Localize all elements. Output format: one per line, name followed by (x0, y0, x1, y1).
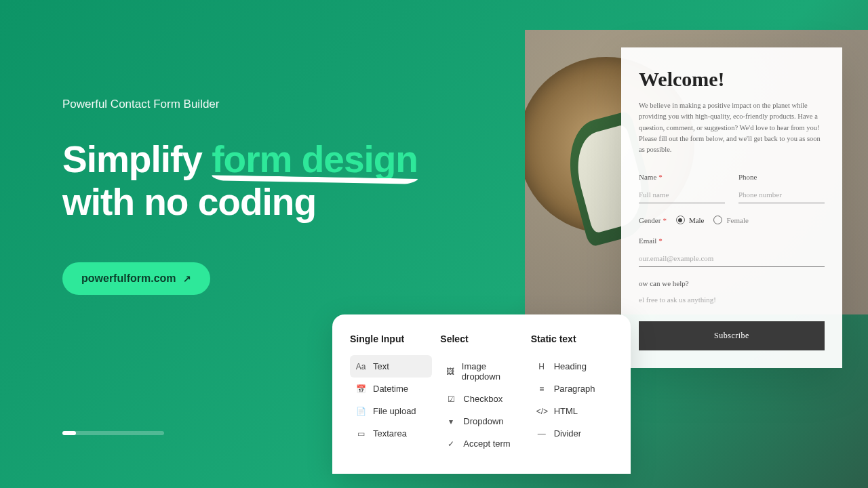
welcome-body: We believe in making a positive impact o… (639, 100, 825, 155)
field-type-label: HTML (554, 406, 578, 416)
radio-checked-icon (676, 216, 685, 224)
field-type-label: Datetime (373, 384, 408, 394)
carousel-progress[interactable] (62, 431, 164, 435)
field-type-item[interactable]: ☑Checkbox (440, 388, 522, 410)
field-column-title: Single Input (350, 333, 432, 344)
email-input[interactable] (639, 251, 825, 267)
field-type-label: Checkbox (463, 394, 502, 404)
field-type-item[interactable]: ≡Paragraph (531, 378, 613, 400)
field-type-label: Image dropdown (462, 361, 517, 382)
field-type-item[interactable]: 🖼Image dropdown (440, 355, 522, 388)
form-preview-card: Welcome! We believe in making a positive… (621, 47, 842, 368)
radio-icon (713, 216, 722, 224)
headline-accent: form design (212, 138, 418, 181)
field-type-label: Divider (554, 428, 581, 439)
welcome-title: Welcome! (639, 68, 825, 91)
name-input[interactable] (639, 188, 725, 203)
external-link-icon: ↗ (183, 273, 191, 284)
cta-button[interactable]: powerfulform.com ↗ (62, 262, 210, 295)
field-type-icon: H (536, 362, 547, 371)
field-type-icon: ▭ (355, 429, 366, 439)
field-type-item[interactable]: —Divider (531, 422, 613, 445)
field-type-item[interactable]: AaText (350, 355, 432, 378)
phone-input[interactable] (738, 188, 825, 203)
field-type-label: Text (373, 361, 389, 371)
gender-female-radio[interactable]: Female (713, 216, 748, 224)
field-column-title: Select (440, 333, 522, 344)
field-type-label: File upload (373, 406, 416, 416)
field-types-panel: Single InputAaText📅Datetime📄File upload▭… (332, 314, 631, 474)
field-type-icon: ☑ (446, 394, 456, 404)
hero-headline: Simplify form design with no coding (62, 138, 418, 224)
field-type-label: Dropdown (463, 416, 503, 426)
field-type-label: Paragraph (554, 384, 595, 394)
field-type-icon: ▾ (446, 417, 456, 426)
help-textarea[interactable]: el free to ask us anything! (639, 294, 825, 304)
field-column-title: Static text (531, 333, 613, 344)
cta-label: powerfulform.com (81, 272, 176, 285)
gender-male-radio[interactable]: Male (676, 216, 705, 224)
field-type-item[interactable]: 📅Datetime (350, 378, 432, 400)
field-type-icon: 📄 (355, 407, 366, 416)
field-type-icon: Aa (355, 362, 366, 371)
field-type-label: Accept term (463, 439, 510, 449)
field-type-label: Textarea (373, 428, 407, 439)
field-type-item[interactable]: ▾Dropdown (440, 410, 522, 432)
phone-label: Phone (738, 173, 825, 181)
field-type-item[interactable]: ✓Accept term (440, 432, 522, 455)
field-type-item[interactable]: HHeading (531, 355, 613, 378)
field-type-icon: </> (536, 407, 547, 416)
field-type-icon: ≡ (536, 384, 547, 394)
field-type-icon: ✓ (446, 439, 456, 449)
email-label: Email* (639, 237, 825, 245)
progress-fill (62, 431, 76, 435)
hero-eyebrow: Powerful Contact Form Builder (62, 98, 418, 111)
name-label: Name* (639, 173, 725, 181)
subscribe-button[interactable]: Subscribe (639, 321, 825, 350)
field-type-label: Heading (554, 361, 587, 371)
field-type-item[interactable]: 📄File upload (350, 400, 432, 422)
field-type-item[interactable]: ▭Textarea (350, 422, 432, 445)
field-type-icon: 📅 (355, 384, 366, 394)
field-type-icon: — (536, 429, 547, 439)
help-label: ow can we help? (639, 279, 825, 287)
field-type-icon: 🖼 (446, 367, 455, 376)
headline-part1: Simplify (62, 138, 212, 180)
field-type-item[interactable]: </>HTML (531, 400, 613, 422)
gender-label: Gender* (639, 216, 667, 224)
